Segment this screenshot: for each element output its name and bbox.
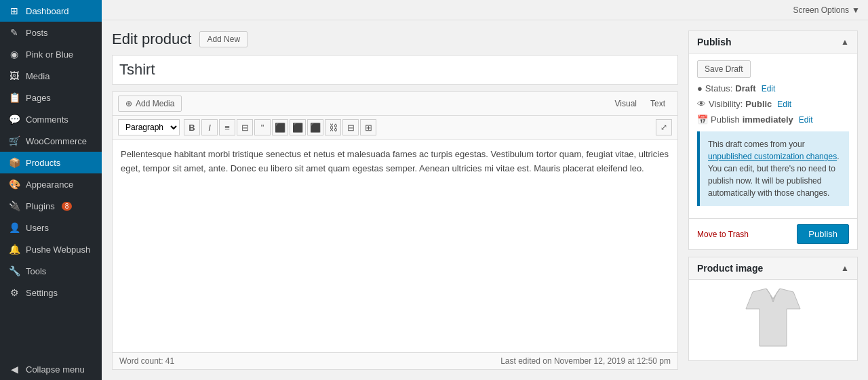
sidebar-item-pushe-webpush[interactable]: 🔔 Pushe Webpush <box>0 238 102 260</box>
insert-row-button[interactable]: ⊞ <box>360 119 376 135</box>
sidebar-item-pink-or-blue[interactable]: ◉ Pink or Blue <box>0 43 102 65</box>
sidebar-item-tools[interactable]: 🔧 Tools <box>0 260 102 282</box>
sidebar-item-dashboard[interactable]: ⊞ Dashboard <box>0 0 102 22</box>
svg-marker-0 <box>746 289 800 346</box>
settings-icon: ⚙ <box>8 287 20 298</box>
visibility-edit-link[interactable]: Edit <box>777 100 791 109</box>
save-draft-button[interactable]: Save Draft <box>697 60 751 78</box>
publish-box-header: Publish ▲ <box>689 31 857 54</box>
screen-options-arrow-icon: ▼ <box>852 5 860 15</box>
word-count-label: Word count: <box>119 356 163 366</box>
visibility-icon: 👁 <box>697 99 706 109</box>
ordered-list-button[interactable]: ⊟ <box>237 119 253 135</box>
publish-box-toggle-icon[interactable]: ▲ <box>841 37 849 47</box>
post-title-input[interactable] <box>112 55 678 85</box>
add-media-label: Add Media <box>136 99 174 108</box>
visibility-value: Public <box>745 99 772 109</box>
sidebar-item-media[interactable]: 🖼 Media <box>0 65 102 87</box>
visibility-label: Visibility: <box>709 99 743 109</box>
sidebar-item-products[interactable]: 📦 Products <box>0 152 102 173</box>
editor-content-area[interactable]: Pellentesque habitant morbi tristique se… <box>113 140 677 352</box>
sidebar-item-label: Dashboard <box>26 6 69 16</box>
calendar-icon: 📅 <box>697 114 708 125</box>
sidebar-item-plugins[interactable]: 🔌 Plugins 8 <box>0 195 102 217</box>
paragraph-select[interactable]: Paragraph <box>118 119 180 135</box>
sidebar-item-posts[interactable]: ✎ Posts <box>0 22 102 43</box>
publish-meta-box: Publish ▲ Save Draft ● Status: Draft Edi… <box>688 30 858 250</box>
editor-box: ⊕ Add Media Visual Text Paragraph B I ≡ <box>112 91 678 370</box>
publish-time-edit-link[interactable]: Edit <box>799 115 813 125</box>
appearance-icon: 🎨 <box>8 179 20 190</box>
sidebar-item-settings[interactable]: ⚙ Settings <box>0 282 102 303</box>
products-icon: 📦 <box>8 157 20 168</box>
sidebar: ⊞ Dashboard ✎ Posts ◉ Pink or Blue 🖼 Med… <box>0 0 102 380</box>
sidebar-item-label: Settings <box>26 288 58 298</box>
comments-icon: 💬 <box>8 114 20 125</box>
sidebar-item-label: Media <box>26 71 50 81</box>
fullscreen-button[interactable]: ⤢ <box>656 119 672 135</box>
page-title: Edit product <box>112 30 191 48</box>
move-to-trash-link[interactable]: Move to Trash <box>697 230 749 239</box>
status-icon: ● <box>697 83 703 93</box>
pushe-icon: 🔔 <box>8 244 20 255</box>
editor-footer: Word count: 41 Last edited on November 1… <box>113 352 677 369</box>
unordered-list-button[interactable]: ≡ <box>219 119 235 135</box>
view-tabs: Visual Text <box>608 96 672 111</box>
publish-box-title: Publish <box>697 37 732 47</box>
align-right-button[interactable]: ⬛ <box>307 119 323 135</box>
plugins-icon: 🔌 <box>8 200 20 211</box>
publish-box-body: Save Draft ● Status: Draft Edit 👁 Visibi… <box>689 54 857 213</box>
status-row: ● Status: Draft Edit <box>697 83 849 93</box>
topbar: Screen Options ▼ <box>102 0 868 20</box>
sidebar-item-label: WooCommerce <box>26 136 87 146</box>
product-image-meta-box: Product image ▲ <box>688 257 858 361</box>
sidebar-item-label: Products <box>26 158 60 168</box>
product-image-box-header: Product image ▲ <box>689 257 857 280</box>
sidebar-item-collapse[interactable]: ◀ Collapse menu <box>0 358 102 380</box>
unpublished-changes-link[interactable]: unpublished customization changes <box>708 152 837 161</box>
sidebar-item-comments[interactable]: 💬 Comments <box>0 108 102 130</box>
users-icon: 👤 <box>8 222 20 233</box>
collapse-icon: ◀ <box>8 364 20 375</box>
editor-toolbar-top: ⊕ Add Media Visual Text <box>113 92 677 116</box>
sidebar-item-label: Comments <box>26 114 68 125</box>
sidebar-item-label: Plugins <box>26 201 55 211</box>
align-center-button[interactable]: ⬛ <box>290 119 306 135</box>
sidebar-item-label: Appearance <box>26 180 73 190</box>
sidebar-item-users[interactable]: 👤 Users <box>0 217 102 238</box>
link-button[interactable]: ⛓ <box>325 119 341 135</box>
tshirt-image <box>732 285 814 353</box>
right-sidebar: Publish ▲ Save Draft ● Status: Draft Edi… <box>688 30 858 370</box>
visibility-row: 👁 Visibility: Public Edit <box>697 99 849 109</box>
editor-formatting: Paragraph B I ≡ ⊟ " ⬛ ⬛ ⬛ ⛓ ⊟ ⊞ ⤢ <box>113 116 677 140</box>
text-tab[interactable]: Text <box>644 96 672 111</box>
editor-section: Edit product Add New ⊕ Add Media Visual … <box>112 30 678 370</box>
content-area: Edit product Add New ⊕ Add Media Visual … <box>102 20 868 380</box>
status-edit-link[interactable]: Edit <box>762 84 776 93</box>
bold-button[interactable]: B <box>184 119 200 135</box>
dashboard-icon: ⊞ <box>8 5 20 16</box>
sidebar-item-label: Pages <box>26 93 51 103</box>
sidebar-item-appearance[interactable]: 🎨 Appearance <box>0 173 102 195</box>
info-text-before: This draft comes from your <box>708 140 805 149</box>
blockquote-button[interactable]: " <box>254 119 271 135</box>
sidebar-item-label: Posts <box>26 28 48 38</box>
align-left-button[interactable]: ⬛ <box>272 119 288 135</box>
visual-tab[interactable]: Visual <box>608 96 644 111</box>
italic-button[interactable]: I <box>201 119 218 135</box>
product-image-title: Product image <box>697 263 763 274</box>
add-new-button[interactable]: Add New <box>199 31 248 47</box>
screen-options-label: Screen Options <box>793 5 849 15</box>
sidebar-item-label: Collapse menu <box>26 364 85 375</box>
insert-table-button[interactable]: ⊟ <box>342 119 359 135</box>
publish-time-row: 📅 Publish immediately Edit <box>697 114 849 125</box>
sidebar-item-woocommerce[interactable]: 🛒 WooCommerce <box>0 130 102 152</box>
product-image-toggle-icon[interactable]: ▲ <box>841 263 849 273</box>
sidebar-item-pages[interactable]: 📋 Pages <box>0 87 102 108</box>
add-media-button[interactable]: ⊕ Add Media <box>118 96 182 112</box>
page-title-row: Edit product Add New <box>112 30 678 48</box>
status-label: Status: <box>705 83 732 93</box>
publish-box-footer: Move to Trash Publish <box>689 218 857 249</box>
publish-button[interactable]: Publish <box>797 224 849 244</box>
screen-options-button[interactable]: Screen Options ▼ <box>793 5 860 15</box>
